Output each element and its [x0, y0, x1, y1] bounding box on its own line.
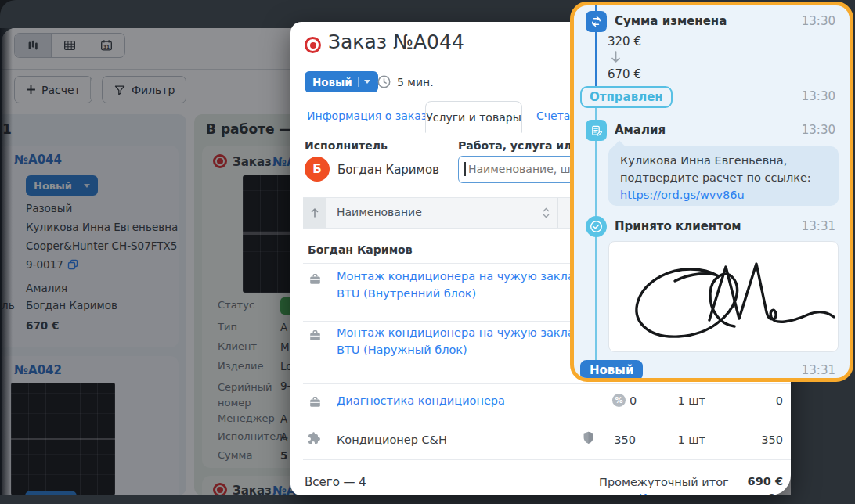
- sort-direction-cell[interactable]: [303, 198, 326, 228]
- repeat-icon: [586, 11, 607, 32]
- order-target-icon: [305, 37, 321, 53]
- event-time: 13:30: [802, 14, 835, 28]
- total-value: 0: [736, 394, 783, 407]
- product-name[interactable]: Кондиционер C&H: [337, 434, 447, 446]
- arrow-up-icon: [310, 207, 319, 218]
- shield-icon: [582, 430, 595, 445]
- discount-value: 0: [630, 394, 637, 407]
- total-discount-link[interactable]: Итого скидка: [639, 491, 720, 495]
- event-title: Сумма изменена: [615, 14, 727, 28]
- tab-services-goods[interactable]: Услуги и товары: [425, 101, 522, 133]
- event-title: Принято клиентом: [615, 219, 741, 233]
- column-divider: [557, 198, 558, 228]
- row-divider: [303, 423, 791, 423]
- badge-divider: [358, 77, 359, 87]
- comment-line1: Куликова Инна Евгеньевна,: [620, 154, 787, 167]
- sum-new-value: 670 €: [608, 67, 641, 81]
- status-label: Новый: [312, 76, 352, 88]
- executor-name: Богдан Каримов: [337, 163, 439, 177]
- event-time: 13:30: [802, 123, 835, 137]
- column-header-name[interactable]: Наименование: [337, 206, 422, 218]
- comment-link[interactable]: https://ord.gs/wvv86u: [620, 189, 745, 201]
- memo-icon: [586, 120, 607, 141]
- price-value: 350: [597, 434, 636, 446]
- group-header: Богдан Каримов: [308, 243, 413, 256]
- row-divider: [303, 383, 791, 384]
- subtotal-value: 690 €: [720, 475, 783, 488]
- briefcase-icon: [308, 329, 323, 343]
- status-sent-badge: Отправлен: [580, 86, 673, 108]
- footer-divider: [303, 459, 791, 460]
- page-title: Заказ №А044: [328, 31, 464, 53]
- avatar: Б: [305, 157, 330, 182]
- avatar-letter: Б: [312, 162, 321, 176]
- briefcase-icon: [308, 395, 323, 409]
- chevron-down-icon: [364, 80, 370, 84]
- event-time: 13:30: [802, 89, 835, 103]
- order-timeline-panel: Сумма изменена 13:30 320 € 670 € Отправл…: [570, 2, 853, 382]
- tab-label: Услуги и товары: [426, 111, 521, 124]
- subtotal-label: Промежуточный итог: [599, 476, 729, 488]
- service-link-line2[interactable]: BTU (Наружный блок): [337, 344, 467, 356]
- tab-order-info[interactable]: Информация о заказе: [307, 110, 434, 122]
- status-new-badge: Новый: [580, 360, 643, 380]
- qty-value: 1 шт: [666, 434, 705, 446]
- app-window: 31 Расчет Фильтр 1 №A044 Новый: [0, 0, 855, 504]
- search-input[interactable]: [467, 157, 587, 181]
- sum-old-value: 320 €: [608, 34, 641, 49]
- items-count: Всего — 4: [305, 475, 366, 489]
- service-link[interactable]: Диагностика кондиционера: [337, 394, 505, 407]
- window-edge-shadow: [0, 28, 13, 495]
- status-dropdown[interactable]: Новый: [305, 71, 378, 92]
- event-time: 13:31: [802, 219, 835, 233]
- clock-icon: [377, 74, 391, 89]
- event-time: 13:31: [802, 363, 835, 377]
- text-cursor: [464, 162, 466, 176]
- duration-label: 5 мин.: [397, 76, 434, 88]
- signature-box: [608, 241, 839, 352]
- signature-image: [609, 242, 838, 351]
- comment-line2: подтвердите расчет по ссылке:: [620, 171, 811, 184]
- briefcase-icon: [308, 272, 323, 286]
- service-link-line2[interactable]: BTU (Внутренний блок): [337, 287, 476, 300]
- executor-label: Исполнитель: [305, 139, 388, 152]
- total-value: 350: [736, 434, 783, 446]
- puzzle-icon: [306, 430, 322, 446]
- comment-bubble: Куликова Инна Евгеньевна, подтвердите ра…: [608, 146, 839, 206]
- arrow-down-icon: [610, 51, 622, 64]
- sort-icon[interactable]: [542, 207, 550, 219]
- event-title: Амалия: [615, 123, 666, 137]
- bubble-tail: [613, 141, 626, 154]
- percent-icon: %: [612, 394, 626, 407]
- check-circle-icon: [586, 216, 607, 237]
- qty-value: 1 шт: [666, 394, 705, 407]
